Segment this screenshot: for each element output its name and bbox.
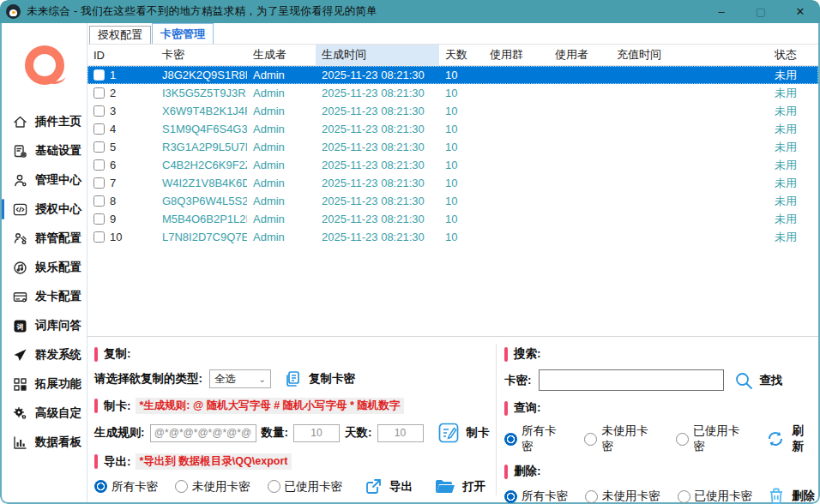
table-row[interactable]: 6C4B2H2C6K9F2ZAdmin2025-11-23 08:21:3010…	[87, 156, 818, 174]
radio-label: 已使用卡密	[285, 479, 343, 495]
sidebar-item-label: 拓展功能	[35, 376, 81, 392]
sidebar-item-data-dashboard[interactable]: 数据看板	[2, 428, 87, 457]
sidebar-item-advanced-custom[interactable]: 高级自定	[2, 399, 87, 428]
qty-input[interactable]	[293, 424, 340, 442]
section-bar	[504, 401, 508, 416]
minimize-button[interactable]: –	[702, 0, 741, 23]
row-checkbox[interactable]	[93, 213, 105, 225]
sidebar-item-entertainment[interactable]: 娱乐配置	[2, 253, 87, 282]
make-card-button[interactable]: 制卡	[467, 425, 490, 441]
col-header-recharge[interactable]: 充值时间	[611, 45, 769, 65]
open-folder-icon[interactable]	[435, 478, 455, 495]
radio-icon[interactable]	[585, 490, 598, 503]
delete-radio-2[interactable]: 已使用卡密	[678, 489, 753, 504]
cell-status: 未用	[769, 86, 818, 101]
table-row[interactable]: 10L7N8I2D7C9Q7EAdmin2025-11-23 08:21:301…	[87, 228, 818, 246]
export-icon[interactable]	[365, 477, 383, 495]
row-checkbox[interactable]	[93, 231, 105, 243]
sidebar-item-plugin-home[interactable]: 插件主页	[2, 107, 87, 136]
row-checkbox[interactable]	[93, 123, 105, 135]
sidebar-item-auth-center[interactable]: 授权中心	[2, 195, 87, 224]
cell-created: 2025-11-23 08:21:30	[316, 177, 439, 189]
col-header-id[interactable]: ID	[87, 45, 156, 65]
radio-icon[interactable]	[268, 480, 280, 493]
query-radio-1[interactable]: 未使用卡密	[584, 423, 659, 454]
radio-icon[interactable]	[504, 490, 517, 503]
cell-key: G8Q3P6W4L5S2T	[156, 195, 247, 207]
radio-icon[interactable]	[584, 433, 597, 446]
search-input[interactable]	[539, 369, 724, 391]
sidebar-item-group-manage[interactable]: 群管配置	[2, 224, 87, 253]
row-checkbox[interactable]	[93, 195, 105, 207]
section-bar	[94, 347, 98, 362]
sidebar-item-dictionary-qa[interactable]: 词词库问答	[2, 311, 87, 340]
row-checkbox[interactable]	[93, 69, 105, 81]
sidebar-item-admin-center[interactable]: 管理中心	[2, 165, 87, 195]
sidebar-item-basic-settings[interactable]: 基础设置	[2, 136, 87, 165]
copy-keys-button[interactable]: 复制卡密	[309, 371, 355, 387]
table-row[interactable]: 1J8G2K2Q9S1R8NAdmin2025-11-23 08:21:3010…	[87, 66, 818, 84]
col-header-days[interactable]: 天数	[439, 45, 484, 65]
table-row[interactable]: 5R3G1A2P9L5U7NAdmin2025-11-23 08:21:3010…	[87, 138, 818, 156]
refresh-icon[interactable]	[766, 429, 785, 448]
tab-auth-config[interactable]: 授权配置	[89, 26, 151, 44]
paper-plane-icon	[13, 348, 27, 363]
row-checkbox[interactable]	[93, 159, 105, 171]
search-button[interactable]: 查找	[760, 373, 783, 388]
rule-input[interactable]	[150, 424, 256, 442]
table-row[interactable]: 9M5B4O6B2P1L2RAdmin2025-11-23 08:21:3010…	[87, 210, 818, 228]
make-controls: 生成规则: 数量: 天数: 制卡	[94, 422, 492, 444]
make-rule-hint: *生成规则: @ 随机大写字母 # 随机小写字母 * 随机数字	[136, 398, 405, 414]
delete-radio-0[interactable]: 所有卡密	[504, 489, 568, 504]
cell-id: 7	[87, 177, 156, 189]
row-checkbox[interactable]	[93, 105, 105, 117]
close-button[interactable]: ✕	[781, 0, 820, 23]
table-row[interactable]: 8G8Q3P6W4L5S2TAdmin2025-11-23 08:21:3010…	[87, 192, 818, 210]
tab-card-key-manage[interactable]: 卡密管理	[152, 23, 214, 44]
copy-keys-icon[interactable]	[283, 369, 302, 388]
row-checkbox[interactable]	[93, 177, 105, 189]
delete-button[interactable]: 删除	[792, 489, 815, 504]
delete-radio-1[interactable]: 未使用卡密	[585, 489, 660, 504]
code-icon	[13, 202, 27, 217]
row-checkbox[interactable]	[93, 141, 105, 153]
radio-icon[interactable]	[175, 480, 188, 493]
col-header-group[interactable]: 使用群	[484, 45, 549, 65]
col-header-creator[interactable]: 生成者	[247, 45, 316, 65]
music-icon	[13, 261, 27, 275]
table-row[interactable]: 2I3K5G5Z5T9J3RAdmin2025-11-23 08:21:3010…	[87, 84, 818, 102]
sidebar-item-label: 基础设置	[35, 143, 81, 159]
radio-icon[interactable]	[504, 433, 517, 446]
export-section-title: 导出: *导出到 数据根目录\QQ\export	[94, 453, 492, 470]
open-button[interactable]: 打开	[462, 479, 485, 495]
cell-id: 6	[87, 159, 156, 171]
sidebar-item-mass-send[interactable]: 群发系统	[2, 340, 87, 369]
col-header-created[interactable]: 生成时间	[316, 45, 439, 65]
table-row[interactable]: 4S1M9Q4F6S4G3GAdmin2025-11-23 08:21:3010…	[87, 120, 818, 138]
export-radio-1[interactable]: 未使用卡密	[175, 479, 250, 495]
col-header-user[interactable]: 使用者	[549, 45, 611, 65]
copy-type-dropdown[interactable]: 全选 ⌄	[209, 369, 271, 388]
days-input[interactable]	[377, 424, 424, 442]
radio-icon[interactable]	[678, 490, 690, 503]
radio-icon[interactable]	[676, 433, 689, 446]
col-header-key[interactable]: 卡密	[156, 45, 247, 65]
maximize-button[interactable]: ▢	[741, 0, 781, 23]
table-row[interactable]: 7W4I2Z1V8B4K6DAdmin2025-11-23 08:21:3010…	[87, 174, 818, 192]
cell-creator: Admin	[247, 213, 316, 225]
col-header-status[interactable]: 状态	[769, 45, 818, 65]
sidebar-item-extensions[interactable]: 拓展功能	[2, 369, 87, 399]
sidebar-item-card-dispatch[interactable]: 发卡配置	[2, 282, 87, 311]
export-radio-0[interactable]: 所有卡密	[94, 479, 158, 495]
refresh-button[interactable]: 刷新	[792, 423, 815, 454]
table-row[interactable]: 3X6W9T4B2K1J4RAdmin2025-11-23 08:21:3010…	[87, 102, 818, 120]
search-icon[interactable]	[734, 371, 753, 390]
export-radio-2[interactable]: 已使用卡密	[268, 479, 343, 495]
make-card-icon[interactable]	[437, 422, 460, 444]
query-radio-2[interactable]: 已使用卡密	[676, 423, 751, 454]
radio-icon[interactable]	[94, 480, 107, 493]
export-button[interactable]: 导出	[389, 479, 413, 495]
query-radio-0[interactable]: 所有卡密	[504, 423, 567, 454]
trash-icon[interactable]	[768, 487, 785, 504]
row-checkbox[interactable]	[93, 87, 105, 99]
